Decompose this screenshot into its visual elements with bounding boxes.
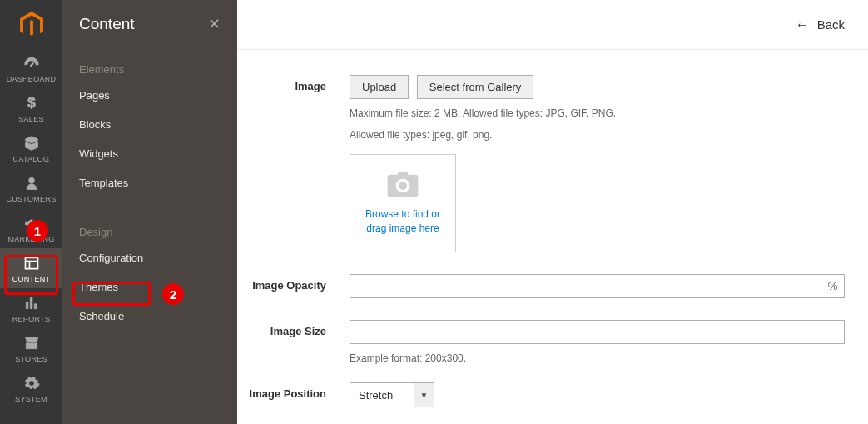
image-dropzone[interactable]: Browse to find or drag image here: [350, 154, 456, 252]
field-image: Upload Select from Gallery Maximum file …: [350, 75, 845, 252]
panel-item-schedule[interactable]: Schedule: [62, 302, 237, 331]
rail-item-label: REPORTS: [12, 315, 50, 323]
rail-item-catalog[interactable]: CATALOG: [0, 128, 62, 168]
label-image: Image: [237, 75, 350, 92]
label-opacity: Image Opacity: [237, 274, 350, 292]
select-value: Stretch: [350, 383, 414, 407]
top-bar: ← Back: [237, 0, 868, 50]
watermark-form: Image Upload Select from Gallery Maximum…: [237, 50, 868, 407]
rail-item-label: SALES: [18, 115, 44, 123]
rail-item-label: DASHBOARD: [7, 75, 57, 83]
rail-item-stores[interactable]: STORES: [0, 328, 62, 368]
panel-item-themes[interactable]: Themes: [62, 272, 237, 302]
rail-item-sales[interactable]: $ SALES: [0, 88, 62, 128]
admin-rail: DASHBOARD $ SALES CATALOG CUSTOMERS MARK…: [0, 0, 62, 424]
hint-filetypes: Allowed file types: jpeg, gif, png.: [350, 127, 845, 142]
panel-title: Content: [79, 15, 135, 33]
panel-group-title: Design: [62, 216, 237, 243]
magento-logo[interactable]: [0, 5, 62, 45]
panel-group-design: Design Configuration Themes Schedule: [62, 211, 237, 344]
field-position: Stretch ▼: [350, 382, 845, 407]
person-icon: [22, 174, 41, 192]
rail-item-label: CATALOG: [13, 155, 50, 163]
upload-button[interactable]: Upload: [350, 75, 409, 99]
image-position-select[interactable]: Stretch ▼: [350, 382, 434, 407]
annotation-badge-1: 1: [27, 220, 48, 242]
label-size: Image Size: [237, 320, 350, 337]
panel-group-title: Elements: [62, 53, 237, 81]
row-opacity: Image Opacity %: [237, 274, 845, 298]
rail-item-customers[interactable]: CUSTOMERS: [0, 168, 62, 208]
hint-size: Example format: 200x300.: [350, 351, 845, 366]
annotation-badge-2: 2: [162, 283, 184, 305]
panel-item-templates[interactable]: Templates: [62, 168, 237, 197]
field-opacity: %: [350, 274, 845, 298]
layout-icon: [22, 254, 41, 272]
panel-group-elements: Elements Pages Blocks Widgets Templates: [62, 48, 237, 211]
gear-icon: [22, 374, 41, 392]
opacity-input-wrap: %: [350, 274, 845, 298]
rail-item-label: CONTENT: [12, 275, 51, 283]
panel-item-widgets[interactable]: Widgets: [62, 139, 237, 168]
select-gallery-button[interactable]: Select from Gallery: [417, 75, 534, 99]
back-label: Back: [817, 17, 845, 32]
rail-item-dashboard[interactable]: DASHBOARD: [0, 48, 62, 88]
row-image: Image Upload Select from Gallery Maximum…: [237, 75, 845, 252]
gauge-icon: [22, 54, 41, 72]
back-button[interactable]: ← Back: [796, 17, 845, 32]
row-size: Image Size Example format: 200x300.: [237, 320, 845, 366]
field-size: Example format: 200x300.: [350, 320, 845, 366]
row-position: Image Position Stretch ▼: [237, 382, 845, 407]
content-flyout-panel: Content ✕ Elements Pages Blocks Widgets …: [62, 0, 237, 424]
hint-maxsize: Maximum file size: 2 MB. Allowed file ty…: [350, 106, 845, 121]
dollar-icon: $: [22, 94, 41, 112]
rail-item-reports[interactable]: REPORTS: [0, 288, 62, 328]
bars-icon: [22, 294, 41, 312]
panel-item-configuration[interactable]: Configuration: [62, 243, 237, 272]
panel-item-pages[interactable]: Pages: [62, 81, 237, 110]
box-icon: [22, 134, 41, 152]
chevron-down-icon: ▼: [414, 383, 434, 407]
rail-item-label: SYSTEM: [15, 395, 47, 403]
magento-icon: [20, 12, 43, 38]
dropzone-text: Browse to find or drag image here: [357, 207, 449, 236]
panel-item-blocks[interactable]: Blocks: [62, 110, 237, 139]
main-content: ← Back Image Upload Select from Gallery …: [237, 0, 868, 424]
image-size-input[interactable]: [350, 320, 845, 344]
label-position: Image Position: [237, 382, 350, 400]
close-icon[interactable]: ✕: [208, 15, 221, 33]
arrow-left-icon: ←: [796, 17, 809, 32]
rail-item-system[interactable]: SYSTEM: [0, 368, 62, 408]
svg-text:$: $: [27, 95, 36, 111]
camera-icon: [386, 172, 419, 202]
rail-item-content[interactable]: CONTENT: [0, 248, 62, 288]
percent-suffix: %: [821, 275, 844, 297]
rail-item-label: CUSTOMERS: [6, 195, 56, 203]
store-icon: [22, 334, 41, 352]
image-opacity-input[interactable]: [350, 275, 821, 297]
panel-header: Content ✕: [62, 0, 237, 48]
rail-item-label: STORES: [15, 355, 47, 363]
